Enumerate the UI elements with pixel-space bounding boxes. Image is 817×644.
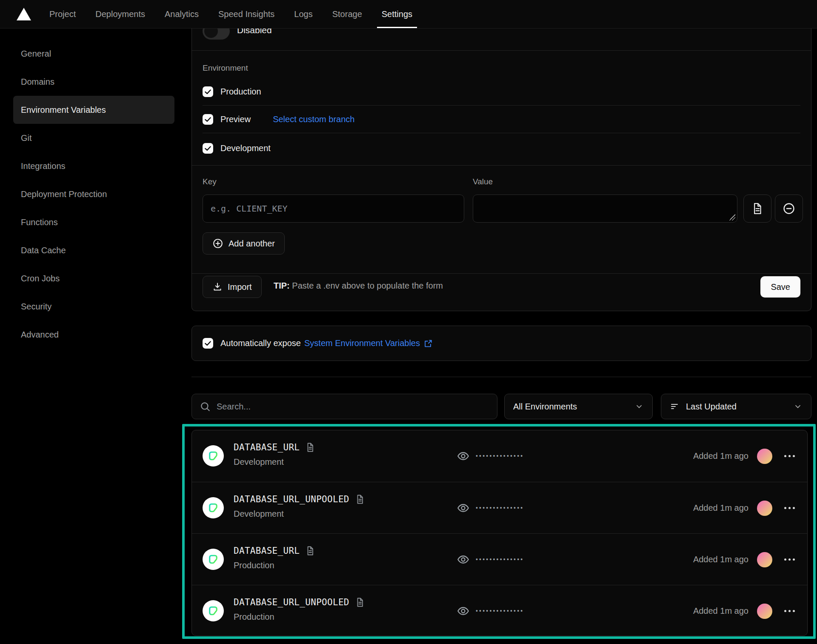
search-box[interactable] bbox=[191, 394, 497, 419]
nav-tab-label: Analytics bbox=[165, 9, 199, 19]
divider bbox=[192, 50, 811, 51]
env-variable-row[interactable]: DATABASE_URL_UNPOOLED Production •••••••… bbox=[192, 585, 807, 636]
added-timestamp: Added 1m ago bbox=[693, 451, 748, 461]
expose-checkbox[interactable] bbox=[203, 338, 213, 349]
nav-tab-analytics[interactable]: Analytics bbox=[155, 0, 209, 28]
env-variable-list: DATABASE_URL Development •••••••••••••• … bbox=[191, 430, 808, 636]
toggle-label: Disabled bbox=[237, 29, 272, 37]
note-icon[interactable] bbox=[305, 442, 315, 452]
paste-env-file-button[interactable] bbox=[743, 195, 771, 223]
preview-checkbox[interactable] bbox=[203, 114, 213, 125]
sidebar-item-label: Integrations bbox=[21, 161, 66, 171]
nav-tab-label: Project bbox=[49, 9, 76, 19]
environment-filter-value: All Environments bbox=[513, 402, 628, 412]
sidebar-item-label: Cron Jobs bbox=[21, 274, 60, 283]
textarea-resize-handle[interactable] bbox=[729, 214, 735, 220]
added-timestamp: Added 1m ago bbox=[693, 606, 748, 616]
add-another-button[interactable]: Add another bbox=[203, 232, 285, 255]
import-button[interactable]: Import bbox=[203, 276, 262, 298]
divider bbox=[203, 133, 800, 133]
env-variable-row[interactable]: DATABASE_URL_UNPOOLED Development ••••••… bbox=[192, 482, 807, 533]
external-link-icon[interactable] bbox=[423, 339, 433, 348]
nav-tab-storage[interactable]: Storage bbox=[323, 0, 372, 28]
sidebar-item-data-cache[interactable]: Data Cache bbox=[13, 236, 174, 264]
eye-icon[interactable] bbox=[457, 449, 470, 463]
note-icon[interactable] bbox=[355, 494, 365, 504]
production-checkbox[interactable] bbox=[203, 86, 213, 97]
value-textarea[interactable] bbox=[473, 195, 737, 223]
nav-tab-project[interactable]: Project bbox=[40, 0, 86, 28]
sidebar-item-functions[interactable]: Functions bbox=[13, 208, 174, 236]
import-label: Import bbox=[228, 282, 252, 292]
environment-row-production: Production bbox=[203, 86, 261, 97]
vercel-logo-icon[interactable] bbox=[16, 7, 32, 21]
chevron-down-icon bbox=[634, 402, 644, 411]
nav-tab-label: Deployments bbox=[95, 9, 145, 19]
row-menu-ellipsis-icon[interactable] bbox=[781, 556, 797, 563]
sidebar-item-deployment-protection[interactable]: Deployment Protection bbox=[13, 180, 174, 208]
development-label: Development bbox=[220, 143, 271, 153]
note-icon[interactable] bbox=[355, 597, 365, 607]
neon-integration-icon bbox=[203, 549, 224, 570]
environment-section-label: Environment bbox=[203, 63, 248, 73]
env-variable-row[interactable]: DATABASE_URL Production •••••••••••••• A… bbox=[192, 533, 807, 585]
added-timestamp: Added 1m ago bbox=[693, 555, 748, 564]
sidebar-item-integrations[interactable]: Integrations bbox=[13, 152, 174, 180]
value-field-label: Value bbox=[473, 177, 493, 186]
sidebar-item-general[interactable]: General bbox=[13, 40, 174, 68]
user-avatar[interactable] bbox=[757, 604, 772, 619]
eye-icon[interactable] bbox=[457, 553, 470, 566]
sidebar-item-git[interactable]: Git bbox=[13, 124, 174, 152]
development-checkbox[interactable] bbox=[203, 143, 213, 154]
select-custom-branch-link[interactable]: Select custom branch bbox=[273, 114, 354, 124]
eye-icon[interactable] bbox=[457, 604, 470, 618]
sidebar-item-label: Git bbox=[21, 133, 32, 143]
user-avatar[interactable] bbox=[757, 501, 772, 516]
key-input[interactable] bbox=[203, 195, 464, 223]
masked-value: •••••••••••••• bbox=[476, 555, 524, 564]
expose-text: Automatically expose System Environment … bbox=[220, 338, 433, 348]
env-var-environment: Production bbox=[234, 561, 274, 570]
row-menu-ellipsis-icon[interactable] bbox=[781, 452, 797, 460]
neon-integration-icon bbox=[203, 497, 224, 518]
row-menu-ellipsis-icon[interactable] bbox=[781, 607, 797, 615]
nav-tab-logs[interactable]: Logs bbox=[284, 0, 322, 28]
env-variable-row[interactable]: DATABASE_URL Development •••••••••••••• … bbox=[192, 430, 807, 482]
sidebar-item-environment-variables[interactable]: Environment Variables bbox=[13, 96, 174, 124]
tip-bold: TIP: bbox=[274, 281, 290, 290]
nav-tab-speed-insights[interactable]: Speed Insights bbox=[209, 0, 284, 28]
divider bbox=[203, 105, 800, 106]
nav-tab-deployments[interactable]: Deployments bbox=[86, 0, 155, 28]
sidebar-item-security[interactable]: Security bbox=[13, 292, 174, 321]
minus-circle-icon bbox=[782, 202, 796, 215]
masked-value: •••••••••••••• bbox=[476, 452, 524, 460]
system-env-variables-link[interactable]: System Environment Variables bbox=[304, 338, 420, 348]
sidebar-item-advanced[interactable]: Advanced bbox=[13, 321, 174, 349]
sidebar-item-domains[interactable]: Domains bbox=[13, 68, 174, 96]
masked-value: •••••••••••••• bbox=[476, 504, 524, 512]
divider bbox=[192, 165, 811, 166]
tip-text: Paste a .env above to populate the form bbox=[290, 281, 443, 290]
chevron-down-icon bbox=[793, 402, 803, 411]
nav-tab-settings[interactable]: Settings bbox=[372, 0, 422, 28]
user-avatar[interactable] bbox=[757, 449, 772, 464]
env-var-name: DATABASE_URL bbox=[234, 442, 300, 452]
sensitive-toggle[interactable] bbox=[203, 29, 230, 40]
search-input[interactable] bbox=[217, 402, 489, 412]
sort-lines-icon bbox=[670, 401, 680, 412]
section-divider bbox=[191, 377, 811, 377]
save-button[interactable]: Save bbox=[760, 276, 800, 298]
user-avatar[interactable] bbox=[757, 552, 772, 567]
row-menu-ellipsis-icon[interactable] bbox=[781, 504, 797, 512]
environment-filter-select[interactable]: All Environments bbox=[504, 394, 653, 419]
nav-tab-label: Speed Insights bbox=[218, 9, 274, 19]
sort-select[interactable]: Last Updated bbox=[661, 394, 811, 419]
sidebar-item-cron-jobs[interactable]: Cron Jobs bbox=[13, 264, 174, 292]
checkmark-icon bbox=[203, 144, 212, 153]
note-icon[interactable] bbox=[305, 546, 315, 556]
env-var-name: DATABASE_URL_UNPOOLED bbox=[234, 597, 349, 607]
preview-label: Preview bbox=[220, 114, 251, 124]
eye-icon[interactable] bbox=[457, 501, 470, 515]
remove-row-button[interactable] bbox=[775, 195, 803, 223]
production-label: Production bbox=[220, 87, 261, 97]
